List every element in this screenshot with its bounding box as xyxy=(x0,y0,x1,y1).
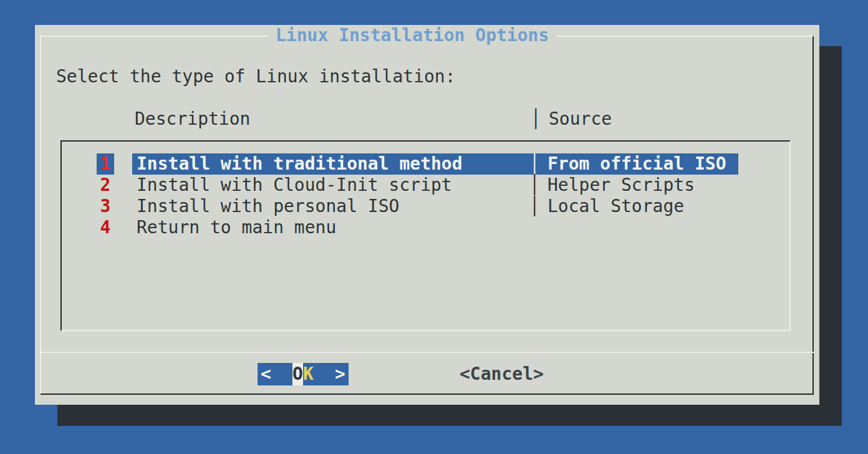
ok-close-bracket: > xyxy=(335,363,345,385)
column-header-description: Description xyxy=(135,109,250,130)
menu-item-source: From official ISO xyxy=(547,153,726,175)
ok-hotkey-char: K xyxy=(303,363,314,385)
menu-item-source: Local Storage xyxy=(547,196,684,217)
menu-item-install-personal-iso[interactable]: 3 Install with personal ISO │ Local Stor… xyxy=(62,196,789,217)
menu-item-tag: 2 xyxy=(97,175,114,196)
menu-item-tag: 3 xyxy=(97,196,114,217)
cancel-button[interactable]: <Cancel> xyxy=(460,363,544,385)
column-separator-icon: │ xyxy=(531,109,541,130)
prompt-text: Select the type of Linux installation: xyxy=(56,66,456,87)
menu-item-tag: 4 xyxy=(97,217,114,238)
row-separator-icon: │ xyxy=(529,196,540,217)
menu-item-install-cloud-init[interactable]: 2 Install with Cloud-Init script │ Helpe… xyxy=(62,175,789,196)
dialog-title: Linux Installation Options xyxy=(268,25,556,46)
menu-item-source: Helper Scripts xyxy=(547,175,695,196)
menu-item-description: Install with personal ISO xyxy=(137,196,399,217)
ok-button[interactable]: < O K > xyxy=(258,363,349,385)
menu-item-description: Install with traditional method xyxy=(137,153,463,175)
row-separator-icon: │ xyxy=(529,153,540,175)
menu-item-description: Install with Cloud-Init script xyxy=(137,175,452,196)
button-area-separator xyxy=(40,352,815,353)
menu-item-description: Return to main menu xyxy=(137,217,336,238)
row-separator-icon: │ xyxy=(529,175,540,196)
column-header-source: Source xyxy=(549,109,612,130)
ok-cursor-char: O xyxy=(292,363,303,385)
installation-options-listbox: 1 Install with traditional method │ From… xyxy=(60,140,791,331)
menu-item-install-traditional[interactable]: 1 Install with traditional method │ From… xyxy=(62,153,789,175)
menu-item-tag: 1 xyxy=(97,153,114,175)
menu-item-return-main-menu[interactable]: 4 Return to main menu xyxy=(62,217,789,238)
ok-open-bracket: < xyxy=(261,363,271,385)
linux-installation-options-dialog: Linux Installation Options Select the ty… xyxy=(35,25,819,405)
